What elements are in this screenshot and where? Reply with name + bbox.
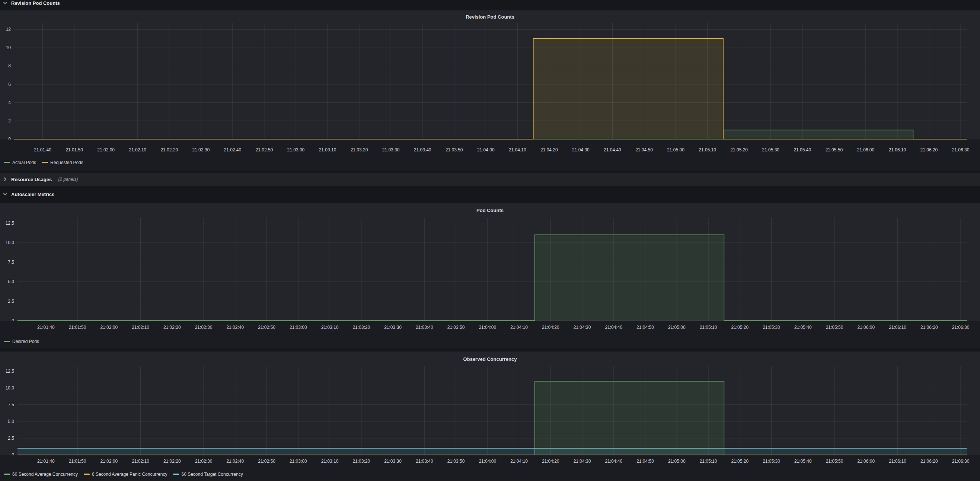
x-axis-tick-label: 21:01:50 (65, 147, 83, 152)
legend-series-dash-icon (4, 473, 10, 475)
y-axis-tick-label: 12 (6, 27, 11, 32)
x-axis-tick-label: 21:04:50 (636, 459, 654, 464)
x-axis-tick-label: 21:03:00 (290, 325, 307, 330)
legend-item-requested-pods[interactable]: Requested Pods (42, 160, 83, 165)
x-axis-tick-label: 21:06:30 (952, 147, 970, 152)
legend: 60 Second Average Concurrency6 Second Av… (0, 467, 980, 481)
x-axis-tick-label: 21:01:40 (34, 147, 51, 152)
x-axis-tick-label: 21:04:40 (605, 325, 622, 330)
y-axis-tick-label: 6 (8, 82, 11, 87)
series-fill-requested-pods (14, 39, 967, 139)
legend: Actual PodsRequested Pods (0, 154, 980, 171)
x-axis-tick-label: 21:04:00 (479, 325, 496, 330)
x-axis-tick-label: 21:06:00 (857, 459, 875, 464)
x-axis-tick-label: 21:02:10 (132, 325, 149, 330)
x-axis-tick-label: 21:01:50 (69, 325, 86, 330)
panel-observed-concurrency: Observed Concurrency 12.510.07.55.02.50 … (0, 352, 980, 481)
row-header-autoscaler-metrics[interactable]: Autoscaler Metrics (0, 189, 980, 200)
x-axis-tick-label: 21:03:10 (319, 147, 336, 152)
x-axis-tick-label: 21:03:30 (382, 147, 400, 152)
x-axis-tick-label: 21:04:30 (574, 459, 591, 464)
x-axis-tick-label: 21:02:30 (195, 325, 213, 330)
x-axis-tick-label: 21:06:00 (857, 147, 874, 152)
legend-item-60-second-average-concurrency[interactable]: 60 Second Average Concurrency (4, 472, 78, 477)
x-axis-tick-label: 21:04:10 (509, 147, 526, 152)
x-axis-tick-label: 21:02:40 (226, 459, 244, 464)
x-axis-tick-label: 21:05:50 (826, 459, 843, 464)
x-axis-tick-label: 21:05:20 (731, 325, 748, 330)
x-axis-tick-label: 21:06:30 (952, 325, 970, 330)
x-axis-tick-label: 21:02:30 (192, 147, 210, 152)
x-axis-tick-label: 21:03:50 (447, 325, 465, 330)
x-axis-tick-label: 21:05:30 (762, 147, 780, 152)
x-axis-tick-label: 21:03:20 (352, 459, 370, 464)
y-axis-tick-label: 7.5 (8, 260, 14, 265)
row-header-label: Revision Pod Counts (11, 0, 60, 6)
panel-title[interactable]: Revision Pod Counts (0, 10, 980, 23)
row-header-resource-usages[interactable]: Resource Usages (2 panels) (0, 173, 980, 186)
x-axis-tick-label: 21:04:30 (574, 325, 591, 330)
x-axis-tick-label: 21:01:40 (37, 325, 55, 330)
legend-series-label: 6 Second Average Panic Concurrency (92, 472, 167, 477)
x-axis-tick-label: 21:05:40 (794, 325, 812, 330)
y-axis-tick-label: 2.5 (8, 299, 14, 304)
series-fill-60-second-target-concurrency (18, 448, 967, 455)
row-header-label: Resource Usages (11, 177, 52, 182)
legend-series-dash-icon (4, 162, 10, 163)
x-axis-tick-label: 21:05:00 (668, 325, 686, 330)
x-axis: 21:01:4021:01:5021:02:0021:02:1021:02:20… (0, 321, 980, 335)
legend-series-dash-icon (4, 341, 10, 342)
legend-series-label: Actual Pods (12, 160, 36, 165)
y-axis-tick-label: 4 (8, 100, 11, 105)
x-axis-tick-label: 21:02:30 (195, 459, 213, 464)
plot-area[interactable] (18, 217, 967, 321)
x-axis-tick-label: 21:03:30 (384, 459, 402, 464)
legend-series-label: 60 Second Average Concurrency (12, 472, 78, 477)
x-axis-tick-label: 21:05:10 (700, 325, 717, 330)
x-axis-tick-label: 21:02:50 (258, 325, 275, 330)
legend-series-dash-icon (173, 473, 179, 475)
series-line-60-second-average-concurrency (18, 381, 967, 455)
legend-item-6-second-average-panic-concurrency[interactable]: 6 Second Average Panic Concurrency (84, 472, 167, 477)
x-axis-tick-label: 21:04:20 (542, 325, 559, 330)
series-fill-60-second-average-concurrency (18, 381, 967, 455)
x-axis-tick-label: 21:03:50 (445, 147, 463, 152)
panel-title[interactable]: Observed Concurrency (0, 352, 980, 367)
x-axis-tick-label: 21:02:00 (100, 325, 118, 330)
x-axis-tick-label: 21:03:30 (384, 325, 402, 330)
x-axis-tick-label: 21:02:20 (163, 459, 181, 464)
x-axis-tick-label: 21:02:40 (226, 325, 244, 330)
x-axis-tick-label: 21:03:00 (287, 147, 305, 152)
y-axis-tick-label: 12.5 (6, 369, 14, 374)
x-axis-tick-label: 21:05:30 (763, 459, 780, 464)
legend-item-desired-pods[interactable]: Desired Pods (4, 339, 39, 344)
panel-count-note: (2 panels) (58, 177, 78, 182)
y-axis: 121086420 (0, 23, 14, 140)
x-axis-tick-label: 21:02:20 (161, 147, 178, 152)
x-axis-tick-label: 21:05:40 (794, 147, 811, 152)
y-axis-tick-label: 10.0 (6, 240, 14, 245)
plot-area[interactable] (18, 367, 967, 455)
x-axis-tick-label: 21:02:40 (224, 147, 241, 152)
x-axis-tick-label: 21:05:50 (826, 325, 843, 330)
panel-title[interactable]: Pod Counts (0, 203, 980, 217)
y-axis-tick-label: 12.5 (6, 221, 14, 226)
x-axis-tick-label: 21:03:00 (290, 459, 307, 464)
x-axis-tick-label: 21:01:40 (37, 459, 55, 464)
plot-container (18, 217, 967, 321)
x-axis-tick-label: 21:05:20 (730, 147, 748, 152)
series-fill-desired-pods (18, 235, 967, 321)
x-axis-tick-label: 21:03:20 (352, 325, 370, 330)
y-axis-tick-label: 2.5 (8, 436, 14, 441)
x-axis-tick-label: 21:04:20 (541, 147, 558, 152)
legend-series-label: Desired Pods (12, 339, 39, 344)
y-axis-tick-label: 10.0 (6, 386, 14, 391)
x-axis-tick-label: 21:03:40 (414, 147, 431, 152)
plot-area[interactable] (14, 23, 967, 140)
row-header-revision-pod-counts[interactable]: Revision Pod Counts (0, 0, 980, 8)
legend-item-60-second-target-concurrency[interactable]: 60 Second Target Concurrency (173, 472, 243, 477)
legend-item-actual-pods[interactable]: Actual Pods (4, 160, 36, 165)
legend-series-dash-icon (84, 473, 90, 475)
legend-series-label: Requested Pods (50, 160, 83, 165)
x-axis-tick-label: 21:04:50 (635, 147, 653, 152)
